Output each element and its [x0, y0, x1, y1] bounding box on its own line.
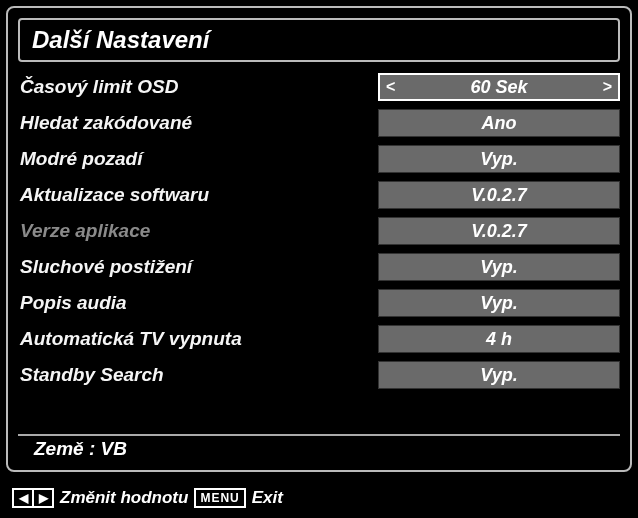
settings-row-label: Hledat zakódované [18, 112, 378, 134]
settings-value-text: 60 Sek [470, 77, 527, 98]
settings-row[interactable]: Hledat zakódovanéAno [18, 106, 620, 140]
settings-panel: Další Nastavení Časový limit OSD<>60 Sek… [6, 6, 632, 472]
settings-row-label: Sluchové postižení [18, 256, 378, 278]
footer-hints: ◀ ▶ Změnit hodnotu MENU Exit [12, 488, 283, 508]
left-right-icon: ◀ ▶ [12, 488, 54, 508]
country-separator: : [89, 438, 101, 459]
settings-row-label: Verze aplikace [18, 220, 378, 242]
settings-value-text: V.0.2.7 [471, 185, 526, 206]
settings-value-selector[interactable]: Ano [378, 109, 620, 137]
triangle-left-icon: ◀ [14, 490, 32, 506]
divider [18, 434, 620, 436]
settings-value-selector[interactable]: Vyp. [378, 253, 620, 281]
settings-value-selector[interactable]: 4 h [378, 325, 620, 353]
menu-button-icon: MENU [194, 488, 245, 508]
settings-row[interactable]: Sluchové postiženíVyp. [18, 250, 620, 284]
settings-value-text: Vyp. [480, 293, 518, 314]
settings-value-text: V.0.2.7 [471, 221, 526, 242]
settings-value-text: Vyp. [480, 149, 518, 170]
settings-value-selector[interactable]: <>60 Sek [378, 73, 620, 101]
settings-row[interactable]: Automatická TV vypnuta4 h [18, 322, 620, 356]
settings-value-selector[interactable]: Vyp. [378, 145, 620, 173]
settings-row-label: Aktualizace softwaru [18, 184, 378, 206]
title-box: Další Nastavení [18, 18, 620, 62]
settings-row-label: Popis audia [18, 292, 378, 314]
settings-row-label: Automatická TV vypnuta [18, 328, 378, 350]
settings-row-label: Standby Search [18, 364, 378, 386]
settings-row[interactable]: Modré pozadíVyp. [18, 142, 620, 176]
settings-row[interactable]: Časový limit OSD<>60 Sek [18, 70, 620, 104]
settings-value-selector[interactable]: Vyp. [378, 361, 620, 389]
exit-hint: Exit [252, 488, 283, 508]
settings-list: Časový limit OSD<>60 SekHledat zakódovan… [18, 70, 620, 392]
settings-value-selector[interactable]: V.0.2.7 [378, 181, 620, 209]
chevron-left-icon[interactable]: < [386, 78, 395, 96]
page-title: Další Nastavení [32, 26, 606, 54]
settings-value-selector[interactable]: V.0.2.7 [378, 217, 620, 245]
chevron-right-icon[interactable]: > [603, 78, 612, 96]
settings-value-text: Ano [482, 113, 517, 134]
settings-value-text: Vyp. [480, 365, 518, 386]
settings-value-text: Vyp. [480, 257, 518, 278]
country-value: VB [101, 438, 127, 459]
country-label: Země [34, 438, 84, 459]
triangle-right-icon: ▶ [34, 490, 52, 506]
settings-row[interactable]: Verze aplikaceV.0.2.7 [18, 214, 620, 248]
settings-value-selector[interactable]: Vyp. [378, 289, 620, 317]
settings-row[interactable]: Standby SearchVyp. [18, 358, 620, 392]
settings-row-label: Časový limit OSD [18, 76, 378, 98]
settings-row[interactable]: Popis audiaVyp. [18, 286, 620, 320]
settings-row[interactable]: Aktualizace softwaruV.0.2.7 [18, 178, 620, 212]
change-value-hint: Změnit hodnotu [60, 488, 188, 508]
country-info: Země : VB [34, 438, 127, 460]
settings-row-label: Modré pozadí [18, 148, 378, 170]
settings-value-text: 4 h [486, 329, 512, 350]
